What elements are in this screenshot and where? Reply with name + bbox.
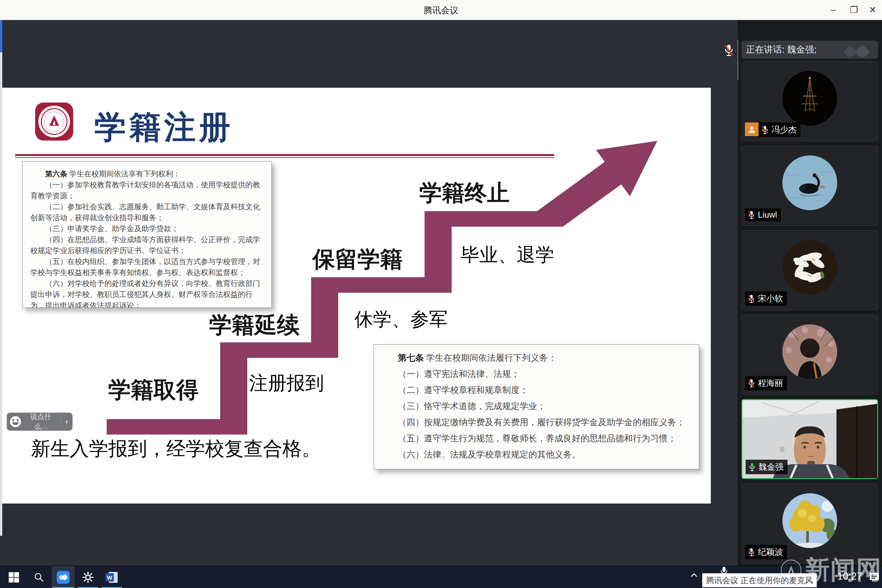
step-label-acquire: 学籍取得 — [108, 375, 199, 405]
avatar-yellow-ginkgo-tree — [782, 493, 837, 548]
now-speaking-bar: 正在讲话: 魏金强; — [741, 40, 878, 58]
stage-edge-strip — [0, 52, 2, 536]
presentation-slide: 学籍注册 第六条 学生在校期间依法享有下列权利： （一）参加学校教育教学计划安排… — [2, 88, 711, 504]
participant-name: 魏金强 — [759, 461, 784, 472]
taskbar-word-icon[interactable]: W — [100, 566, 123, 588]
duties-article-box: 第七条 学生在校期间依法履行下列义务： （一）遵守宪法和法律、法规；（二）遵守学… — [374, 344, 699, 470]
emoji-smiley-icon[interactable] — [10, 416, 21, 427]
rights-items: （一）参加学校教育教学计划安排的各项活动，使用学校提供的教育教学资源；（二）参加… — [30, 180, 264, 308]
participant-tile[interactable]: 程海丽 — [741, 315, 878, 394]
now-speaking-label: 正在讲话: 魏金强; — [746, 44, 843, 56]
participant-tile-active-speaker[interactable]: 魏金强 — [741, 399, 878, 479]
step-label-terminate: 学籍终止 — [419, 178, 510, 208]
rights-article-box: 第六条 学生在校期间依法享有下列权利： （一）参加学校教育教学计划安排的各项活动… — [22, 161, 272, 308]
duties-heading: 第七条 — [398, 353, 424, 363]
close-button[interactable]: ✕ — [863, 0, 882, 20]
screen-share-stage: 学籍注册 第六条 学生在校期间依法享有下列权利： （一）参加学校教育教学计划安排… — [0, 20, 738, 566]
start-button-windows-icon[interactable] — [3, 566, 25, 588]
mic-muted-icon — [748, 294, 755, 303]
participant-tile[interactable]: 宋小软 — [741, 230, 878, 310]
window-title: 腾讯会议 — [0, 4, 882, 16]
collapse-chevron-icon[interactable]: ‹ — [64, 417, 69, 426]
participant-tile[interactable]: 纪颖波 — [741, 483, 878, 564]
mic-in-use-tooltip: 腾讯会议 正在使用你的麦克风 — [702, 573, 817, 587]
tray-hidden-icons-chevron[interactable] — [688, 570, 699, 582]
avatar-black-swan — [782, 155, 837, 210]
slide-caption: 新生入学报到，经学校复查合格。 — [31, 436, 321, 462]
step-label-continue: 学籍延续 — [209, 310, 300, 340]
host-person-icon — [745, 123, 759, 136]
action-center-icon[interactable] — [868, 571, 880, 584]
avatar-person-back-blossoms — [782, 324, 837, 379]
participant-tile[interactable]: Liuwl — [741, 146, 878, 226]
avatar-eiffel-tower-night — [782, 71, 837, 126]
minimize-button[interactable]: – — [824, 0, 843, 20]
step-note-graduate: 毕业、退学 — [460, 242, 554, 268]
step-note-register: 注册报到 — [249, 371, 324, 396]
participant-name: 程海丽 — [758, 378, 783, 389]
panel-divider[interactable] — [738, 40, 738, 80]
mic-active-icon — [748, 463, 756, 472]
stage-accent-strip — [0, 20, 2, 52]
tencent-meeting-logo — [843, 42, 874, 57]
mic-muted-icon — [761, 125, 769, 134]
rights-heading: 第六条 — [45, 170, 68, 178]
chat-quick-bubble[interactable]: 说点什么... ‹ — [7, 412, 72, 430]
participant-tile[interactable]: 冯少杰 — [741, 61, 878, 141]
mic-muted-icon — [748, 210, 755, 219]
mic-muted-status-icon — [723, 44, 734, 58]
search-icon[interactable] — [28, 566, 50, 588]
avatar-white-lilies — [782, 240, 837, 295]
step-label-retain: 保留学籍 — [312, 244, 403, 274]
app-window: 腾讯会议 – ❐ ✕ 学籍注册 — [0, 0, 882, 588]
mic-muted-icon — [748, 379, 755, 388]
step-note-leave-army: 休学、参军 — [354, 307, 448, 332]
chat-input-placeholder[interactable]: 说点什么... — [24, 412, 57, 431]
taskbar-tencent-meeting-icon[interactable] — [52, 566, 75, 588]
svg-text:W: W — [107, 575, 112, 581]
duties-items: （一）遵守宪法和法律、法规；（二）遵守学校章程和规章制度；（三）恪守学术道德，完… — [380, 366, 693, 463]
participant-name: Liuwl — [758, 210, 777, 220]
participant-name: 纪颖波 — [758, 546, 783, 558]
participant-name: 冯少杰 — [771, 124, 796, 135]
maximize-button[interactable]: ❐ — [844, 0, 863, 20]
taskbar-clock[interactable]: 10:27 — [830, 571, 869, 582]
duties-intro: 学生在校期间依法履行下列义务： — [424, 353, 557, 363]
mic-muted-icon — [748, 548, 755, 557]
participant-name: 宋小软 — [758, 293, 783, 304]
rights-intro: 学生在校期间依法享有下列权利： — [68, 170, 180, 178]
titlebar: 腾讯会议 – ❐ ✕ — [0, 0, 882, 20]
taskbar-settings-gear-icon[interactable] — [77, 566, 99, 588]
participants-sidebar: 正在讲话: 魏金强; — [738, 20, 882, 566]
